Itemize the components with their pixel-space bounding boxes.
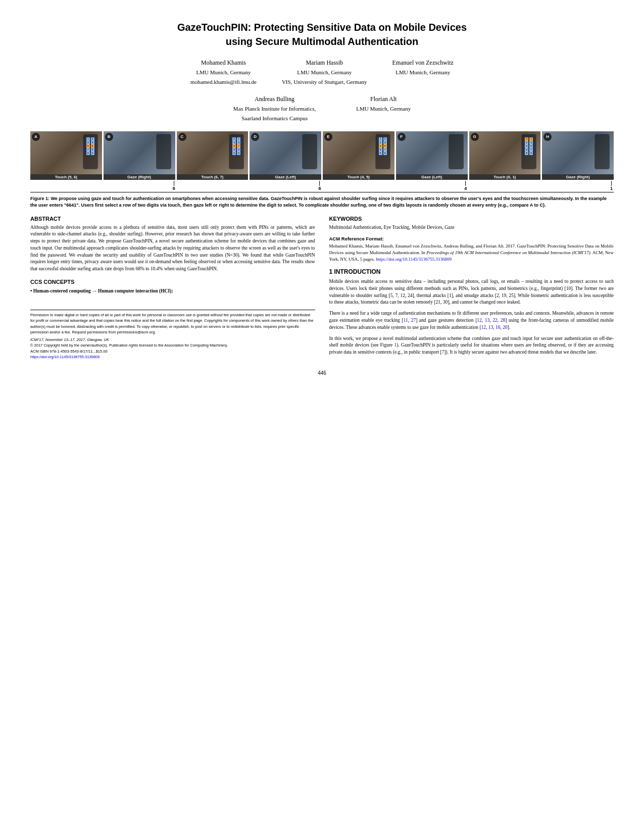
figure-item-a: A 12 34 56 78 90 Touch (5, 6) bbox=[30, 131, 102, 180]
page-number: 446 bbox=[30, 370, 614, 376]
acm-ref-section: ACM Reference Format: Mohamed Khamis, Ma… bbox=[329, 236, 614, 262]
author-5: Florian Alt LMU Munich, Germany bbox=[356, 94, 411, 123]
figure-item-e: E 10 23 45 67 89 Touch (4, 5) bbox=[323, 131, 394, 180]
main-content: ABSTRACT Although mobile devices provide… bbox=[30, 216, 614, 360]
ref-27[interactable]: 27 bbox=[411, 318, 416, 323]
ref-12a[interactable]: 12 bbox=[477, 318, 482, 323]
ref-11[interactable]: 11 bbox=[404, 318, 408, 323]
author-1-affil: LMU Munich, Germany bbox=[190, 68, 257, 77]
figure-caption-b: Gaze (Right) bbox=[104, 174, 175, 180]
author-1: Mohamed Khamis LMU Munich, Germany moham… bbox=[190, 58, 257, 87]
figure-item-f: F Gaze (Left) bbox=[396, 131, 468, 180]
ref-22[interactable]: 22 bbox=[492, 318, 498, 323]
figure-caption-d: Gaze (Left) bbox=[250, 174, 321, 180]
figure-divider bbox=[30, 192, 614, 192]
acm-ref-pages-link[interactable]: 5 bbox=[360, 257, 362, 262]
intro-para-1: Mobile devices enable access to sensitiv… bbox=[329, 278, 614, 306]
ref-16[interactable]: 16 bbox=[496, 325, 501, 330]
acm-ref-text: Mohamed Khamis, Mariam Hassib, Emanuel v… bbox=[329, 243, 614, 262]
col-right: KEYWORDS Multimodal Authentication, Eye … bbox=[329, 216, 614, 360]
author-3: Emanuel von Zezschwitz LMU Munich, Germa… bbox=[392, 58, 454, 87]
ref-7[interactable]: 7 bbox=[442, 350, 444, 355]
author-3-affil: LMU Munich, Germany bbox=[392, 68, 454, 77]
figure-1: A 12 34 56 78 90 Touch (5, 6) B Gaze (Ri… bbox=[30, 131, 614, 209]
author-5-name: Florian Alt bbox=[356, 94, 411, 104]
ref-13a[interactable]: 13 bbox=[485, 318, 490, 323]
figure-item-g: G 01 23 45 67 89 Touch (0, 1) bbox=[469, 131, 541, 180]
ref-28[interactable]: 28 bbox=[501, 318, 506, 323]
author-2-affil: LMU Munich, Germany bbox=[282, 68, 367, 77]
ref-20[interactable]: 20 bbox=[503, 325, 508, 330]
figure-caption-c: Touch (6, 7) bbox=[177, 174, 249, 180]
footer-notes: Permission to make digital or hard copie… bbox=[30, 310, 315, 360]
footer-doi-link[interactable]: https://doi.org/10.1145/3136755.3136809 bbox=[30, 355, 100, 359]
author-3-name: Emanuel von Zezschwitz bbox=[392, 58, 454, 68]
author-2: Mariam Hassib LMU Munich, Germany VIS, U… bbox=[282, 58, 367, 87]
figure-caption-e: Touch (4, 5) bbox=[323, 174, 394, 180]
figure-caption-g: Touch (0, 1) bbox=[469, 174, 541, 180]
col-left: ABSTRACT Although mobile devices provide… bbox=[30, 216, 315, 360]
figure-caption-f: Gaze (Left) bbox=[396, 174, 468, 180]
abstract-text: Although mobile devices provide access t… bbox=[30, 224, 315, 273]
page-title: GazeTouchPIN: Protecting Sensitive Data … bbox=[30, 20, 614, 48]
author-5-affil: LMU Munich, Germany bbox=[356, 104, 411, 114]
intro-para-2: There is a need for a wide range of auth… bbox=[329, 310, 614, 331]
ccs-title: CCS CONCEPTS bbox=[30, 279, 315, 285]
author-2-affil2: VIS, University of Stuttgart, Germany bbox=[282, 77, 367, 87]
keywords-text: Multimodal Authentication, Eye Tracking,… bbox=[329, 224, 614, 231]
ref-12b[interactable]: 12 bbox=[481, 325, 486, 330]
author-1-name: Mohamed Khamis bbox=[190, 58, 257, 68]
author-4-affil2: Saarland Informatics Campus bbox=[233, 114, 316, 123]
author-4-affil: Max Planck Institute for Informatics, bbox=[233, 104, 316, 114]
figure-caption-a: Touch (5, 6) bbox=[30, 174, 102, 180]
ccs-item: • Human-centered computing → Human compu… bbox=[30, 287, 315, 295]
author-2-name: Mariam Hassib bbox=[282, 58, 367, 68]
figure-description: Figure 1: We propose using gaze and touc… bbox=[30, 193, 614, 209]
introduction-section: 1 INTRODUCTION Mobile devices enable acc… bbox=[329, 268, 614, 356]
figure-item-h: H Gaze (Right) bbox=[542, 131, 614, 180]
acm-ref-doi-link[interactable]: https://doi.org/10.1145/3136755.3136809 bbox=[376, 257, 452, 262]
ccs-section: CCS CONCEPTS • Human-centered computing … bbox=[30, 279, 315, 295]
acm-ref-title: ACM Reference Format: bbox=[329, 236, 614, 241]
introduction-title: 1 INTRODUCTION bbox=[329, 268, 614, 275]
keywords-section: KEYWORDS Multimodal Authentication, Eye … bbox=[329, 216, 614, 231]
intro-para-3: In this work, we propose a novel multimo… bbox=[329, 335, 614, 356]
abstract-section: ABSTRACT Although mobile devices provide… bbox=[30, 216, 315, 273]
figure-item-d: D Gaze (Left) bbox=[250, 131, 321, 180]
figure-caption-h: Gaze (Right) bbox=[542, 174, 614, 180]
authors-row-1: Mohamed Khamis LMU Munich, Germany moham… bbox=[30, 58, 614, 87]
abstract-title: ABSTRACT bbox=[30, 216, 315, 222]
author-4: Andreas Bulling Max Planck Institute for… bbox=[233, 94, 316, 123]
authors-row-2: Andreas Bulling Max Planck Institute for… bbox=[30, 94, 614, 123]
ref-13b[interactable]: 13 bbox=[488, 325, 493, 330]
figure-item-c: C 21 43 67 89 05 Touch (6, 7) bbox=[177, 131, 249, 180]
figure-item-b: B Gaze (Right) bbox=[104, 131, 175, 180]
author-4-name: Andreas Bulling bbox=[233, 94, 316, 104]
ref-fig1[interactable]: 1 bbox=[394, 342, 397, 348]
author-1-email: mohamed.khamis@ifi.lmu.de bbox=[190, 77, 257, 87]
keywords-title: KEYWORDS bbox=[329, 216, 614, 222]
figure-separators: 6 6 4 1 bbox=[30, 181, 614, 191]
